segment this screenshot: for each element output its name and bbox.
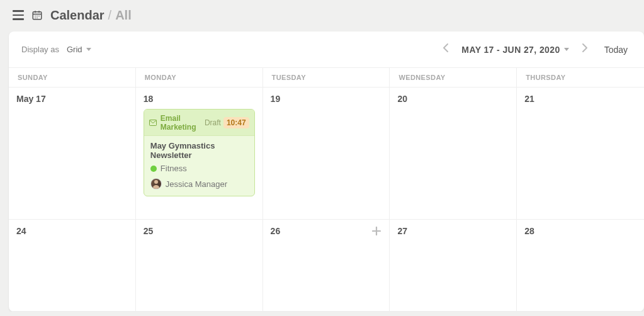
svg-point-6 (38, 16, 40, 17)
day-label: 21 (524, 94, 636, 104)
weekday-label: SUNDAY (9, 68, 136, 87)
event-user-name: Jessica Manager (166, 179, 227, 189)
display-as-label: Display as (21, 45, 59, 54)
prev-period-button[interactable] (438, 40, 454, 59)
svg-point-5 (37, 16, 38, 17)
breadcrumb-sep: / (108, 8, 112, 23)
day-cell[interactable]: 20 (390, 87, 517, 219)
day-label: May 17 (16, 94, 128, 104)
day-label: 25 (144, 226, 255, 236)
day-label: 19 (271, 94, 382, 104)
page-title[interactable]: Calendar (50, 8, 105, 23)
weekday-label: WEDNESDAY (390, 68, 517, 87)
chevron-down-icon (86, 48, 91, 51)
weekday-header: SUNDAY MONDAY TUESDAY WEDNESDAY THURSDAY (9, 68, 644, 87)
day-label: 28 (524, 226, 636, 236)
day-cell[interactable]: 26 (263, 220, 390, 311)
tag-dot-icon (150, 166, 157, 172)
today-button[interactable]: Today (601, 42, 631, 57)
weekday-label: TUESDAY (263, 68, 390, 87)
day-cell[interactable]: 27 (390, 220, 517, 311)
day-label: 27 (397, 226, 509, 236)
page-subtitle[interactable]: All (115, 8, 132, 23)
event-tag: Fitness (150, 164, 248, 173)
day-cell[interactable]: 28 (517, 220, 644, 311)
day-cell[interactable]: 24 (9, 220, 136, 311)
date-range-label: MAY 17 - JUN 27, 2020 (461, 45, 560, 55)
event-status: Draft (205, 118, 221, 127)
avatar (150, 178, 162, 189)
add-event-button[interactable] (370, 225, 383, 237)
svg-point-7 (35, 18, 36, 19)
chevron-down-icon (564, 48, 569, 51)
calendar-icon (31, 9, 43, 21)
day-label: 20 (397, 94, 509, 104)
svg-point-8 (37, 18, 38, 19)
menu-button[interactable] (13, 10, 24, 20)
weekday-label: MONDAY (136, 68, 263, 87)
weekday-label: THURSDAY (517, 68, 644, 87)
day-cell[interactable]: May 17 (9, 87, 136, 219)
event-time: 10:47 (223, 117, 249, 128)
day-label: 26 (271, 226, 382, 236)
day-cell[interactable]: 18 Email Marketing Draft 10:47 May (136, 87, 263, 219)
next-period-button[interactable] (577, 40, 593, 59)
display-mode-select[interactable]: Grid (67, 45, 91, 54)
week-row: 24 25 26 27 28 (9, 220, 644, 312)
day-label: 24 (16, 226, 128, 236)
event-type-label: Email Marketing (161, 114, 205, 132)
event-title: May Gymnastics Newsletter (150, 141, 248, 160)
date-range-picker[interactable]: MAY 17 - JUN 27, 2020 (461, 45, 568, 55)
event-user: Jessica Manager (150, 178, 248, 189)
event-card[interactable]: Email Marketing Draft 10:47 May Gymnasti… (144, 109, 255, 196)
display-mode-value: Grid (67, 45, 82, 54)
event-tag-label: Fitness (161, 164, 187, 173)
day-cell[interactable]: 25 (136, 220, 263, 311)
envelope-icon (149, 120, 157, 126)
svg-point-4 (35, 16, 36, 17)
week-row: May 17 18 Email Marketing Draft 10:47 (9, 87, 644, 220)
day-label: 18 (144, 94, 255, 104)
breadcrumb: Calendar / All (50, 8, 132, 23)
day-cell[interactable]: 21 (517, 87, 644, 219)
calendar-panel: Display as Grid MAY 17 - JUN 27, 2020 To… (9, 31, 644, 312)
day-cell[interactable]: 19 (263, 87, 390, 219)
